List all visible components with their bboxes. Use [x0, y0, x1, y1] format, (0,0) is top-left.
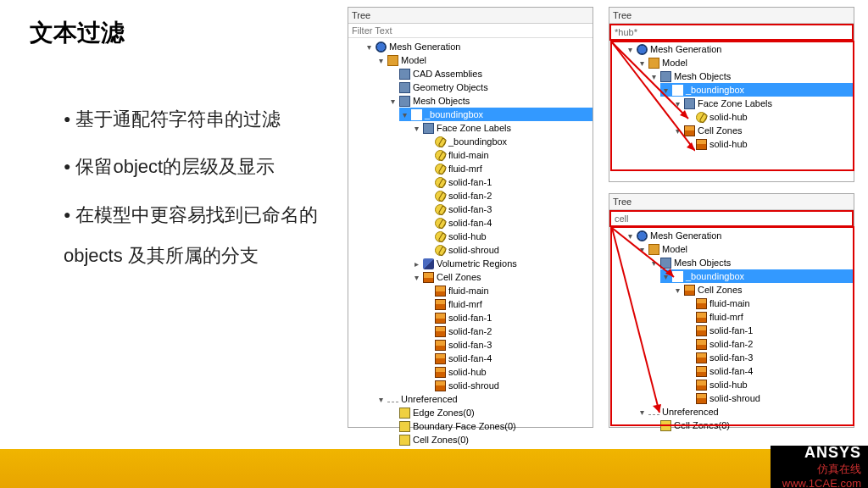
tree-node[interactable]: solid-fan-3: [684, 351, 854, 364]
tree-node-bbox[interactable]: _boundingbox: [660, 83, 854, 97]
tree-node[interactable]: solid-fan-2: [423, 324, 593, 338]
tree-node[interactable]: solid-hub: [684, 137, 854, 151]
node-label: solid-fan-4: [709, 366, 753, 376]
node-label: Mesh Objects: [413, 96, 470, 106]
tree-node[interactable]: fluid-mrf: [423, 162, 593, 175]
node-label: Boundary Face Zones(0): [413, 421, 516, 431]
tree-node[interactable]: solid-fan-3: [423, 202, 593, 216]
tree-node-model[interactable]: Model: [637, 242, 854, 256]
tree-node[interactable]: fluid-main: [423, 148, 593, 162]
tree-node[interactable]: solid-hub: [423, 230, 593, 243]
tree-node-bbox[interactable]: _boundingbox: [399, 108, 593, 121]
cube-icon: [399, 82, 410, 93]
tree-node-meshobj[interactable]: Mesh Objects: [387, 94, 593, 108]
tree-node[interactable]: solid-shroud: [423, 379, 593, 392]
tree-node-fzl[interactable]: Face Zone Labels: [672, 97, 854, 110]
panel-title: Tree: [348, 8, 593, 24]
tree-node[interactable]: solid-hub: [684, 378, 854, 391]
tree-node[interactable]: solid-fan-1: [423, 311, 593, 324]
tree-node-geom[interactable]: Geometry Objects: [387, 80, 593, 94]
model-icon: [387, 55, 398, 66]
cube-icon: [660, 258, 671, 269]
group-icon: [684, 98, 695, 109]
square-icon: [399, 435, 410, 446]
tree-node[interactable]: fluid-main: [684, 297, 854, 310]
filter-input[interactable]: [348, 24, 593, 38]
brand-box: ANSYS 仿真在线 www.1CAE.com: [771, 446, 868, 488]
cell-icon: [696, 393, 707, 404]
tree-node-meshgen[interactable]: Mesh Generation: [625, 42, 854, 56]
node-label: Geometry Objects: [413, 82, 488, 92]
cell-icon: [696, 298, 707, 309]
tree-node-meshobj[interactable]: Mesh Objects: [648, 256, 854, 269]
bullet-item: 在模型中更容易找到已命名的objects 及其所属的分支: [64, 195, 369, 277]
cell-icon: [696, 339, 707, 350]
node-label: _boundingbox: [686, 85, 744, 95]
node-label: solid-fan-3: [448, 340, 492, 350]
tree-node-unref[interactable]: Unreferenced: [376, 392, 593, 406]
tree-node[interactable]: solid-fan-3: [423, 338, 593, 352]
tree-node-bbox[interactable]: _boundingbox: [660, 269, 854, 283]
tree-node[interactable]: Cell Zones(0): [387, 433, 593, 446]
node-label: Mesh Generation: [389, 42, 460, 52]
node-label: _boundingbox: [448, 136, 507, 147]
tree-node[interactable]: Edge Zones(0): [387, 406, 593, 419]
group-icon: [423, 123, 434, 134]
tree-node[interactable]: fluid-main: [423, 284, 593, 297]
tree-panel-main: Tree Mesh Generation Model CAD Assemblie…: [348, 7, 593, 428]
tree-node-unref[interactable]: Unreferenced: [637, 405, 854, 419]
node-label: fluid-main: [709, 298, 750, 308]
tree-node-meshobj[interactable]: Mesh Objects: [648, 69, 854, 83]
tree-node-meshgen[interactable]: Mesh Generation: [364, 40, 593, 53]
tree-node[interactable]: Boundary Face Zones(0): [387, 419, 593, 433]
cell-icon: [696, 325, 707, 336]
tree-node[interactable]: solid-shroud: [684, 391, 854, 405]
tree-node[interactable]: solid-fan-4: [423, 216, 593, 230]
cube-icon: [399, 69, 410, 80]
node-label: solid-fan-1: [709, 325, 753, 336]
tree-node-fzl[interactable]: Face Zone Labels: [411, 121, 593, 135]
tree-node[interactable]: solid-shroud: [423, 243, 593, 257]
tree-node-cellzones[interactable]: Cell Zones: [411, 270, 593, 284]
tree-node-meshgen[interactable]: Mesh Generation: [625, 229, 854, 242]
tree-node[interactable]: solid-fan-1: [684, 324, 854, 337]
face-icon: [696, 112, 707, 123]
dash-icon: [387, 402, 398, 402]
tree-node-cellzones[interactable]: Cell Zones: [672, 124, 854, 137]
tree-node-model[interactable]: Model: [376, 53, 593, 67]
tree-node-volreg[interactable]: Volumetric Regions: [411, 257, 593, 270]
tree-node[interactable]: _boundingbox: [423, 135, 593, 148]
node-label: Face Zone Labels: [437, 123, 511, 133]
tree-node[interactable]: fluid-mrf: [423, 297, 593, 311]
cell-icon: [423, 272, 434, 283]
tree-node-model[interactable]: Model: [637, 56, 854, 69]
node-label: solid-hub: [709, 380, 748, 390]
tree-node[interactable]: solid-hub: [684, 110, 854, 124]
cell-icon: [435, 367, 446, 378]
node-label: solid-fan-1: [448, 313, 492, 323]
node-label: solid-fan-3: [448, 204, 492, 214]
brand-logo: ANSYS: [804, 444, 861, 462]
face-icon: [435, 150, 446, 161]
tree-node[interactable]: Cell Zones(0): [648, 419, 854, 432]
node-label: Cell Zones(0): [413, 435, 469, 445]
tree-node[interactable]: solid-hub: [423, 365, 593, 379]
object-icon: [411, 109, 422, 120]
filter-input-cell[interactable]: [609, 210, 854, 227]
tree-node[interactable]: fluid-mrf: [684, 310, 854, 324]
node-label: Edge Zones(0): [413, 408, 475, 418]
node-label: Cell Zones: [437, 272, 481, 282]
tree-node-cellzones[interactable]: Cell Zones: [672, 283, 854, 297]
tree-node[interactable]: solid-fan-4: [423, 352, 593, 365]
node-label: Model: [662, 244, 687, 254]
filter-input-hub[interactable]: [609, 24, 854, 41]
tree-node[interactable]: solid-fan-2: [684, 337, 854, 351]
face-icon: [435, 245, 446, 256]
node-label: solid-fan-3: [709, 352, 753, 363]
tree-node[interactable]: solid-fan-4: [684, 364, 854, 378]
tree-node[interactable]: solid-fan-1: [423, 175, 593, 189]
tree-panel-hub: Tree Mesh Generation Model Mesh Objects …: [609, 7, 854, 182]
tree-node[interactable]: solid-fan-2: [423, 189, 593, 202]
tree-node-cad[interactable]: CAD Assemblies: [387, 67, 593, 80]
node-label: Cell Zones(0): [674, 420, 730, 430]
